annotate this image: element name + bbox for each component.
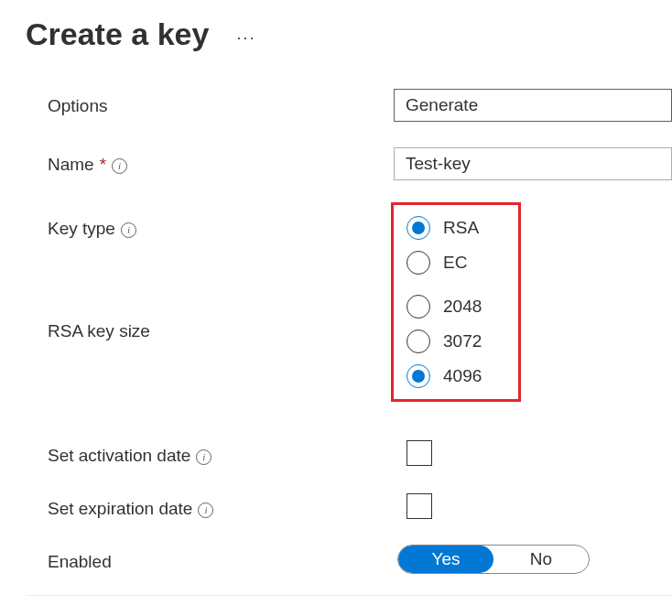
rsa-key-size-label: RSA key size	[48, 321, 150, 341]
radio-3072[interactable]: 3072	[406, 330, 482, 353]
radio-icon	[406, 295, 430, 319]
rsa-size-group: 2048 3072 4096	[406, 295, 482, 388]
info-icon[interactable]: i	[198, 503, 213, 518]
expiration-date-label: Set expiration date i	[48, 499, 213, 519]
toggle-no[interactable]: No	[493, 546, 589, 573]
key-type-group: RSA EC	[406, 216, 482, 275]
expiration-checkbox[interactable]	[406, 493, 432, 519]
radio-icon	[406, 216, 430, 240]
radio-icon	[406, 330, 430, 353]
create-key-form: Options Generate Name * i	[26, 89, 672, 585]
radio-2048[interactable]: 2048	[406, 295, 482, 319]
required-indicator: *	[100, 155, 106, 175]
key-type-label: Key type i	[48, 219, 136, 239]
name-input[interactable]	[394, 147, 672, 180]
info-icon[interactable]: i	[196, 449, 211, 465]
options-dropdown[interactable]: Generate	[394, 89, 672, 122]
activation-date-label: Set activation date i	[48, 446, 211, 466]
enabled-toggle[interactable]: Yes No	[397, 545, 590, 574]
name-label: Name * i	[48, 155, 127, 175]
info-icon[interactable]: i	[112, 158, 127, 174]
radio-4096[interactable]: 4096	[406, 364, 482, 388]
toggle-yes[interactable]: Yes	[398, 546, 493, 573]
radio-icon	[406, 364, 430, 388]
radio-rsa[interactable]: RSA	[406, 216, 482, 240]
radio-icon	[406, 251, 430, 275]
highlight-box: RSA EC 2048	[391, 202, 521, 402]
options-label: Options	[48, 96, 107, 116]
page-title: Create a key	[26, 16, 209, 52]
info-icon[interactable]: i	[121, 222, 136, 238]
more-icon[interactable]: ···	[236, 28, 255, 48]
enabled-label: Enabled	[48, 552, 112, 572]
options-value: Generate	[406, 95, 478, 115]
activation-checkbox[interactable]	[406, 440, 432, 466]
radio-ec[interactable]: EC	[406, 251, 482, 275]
